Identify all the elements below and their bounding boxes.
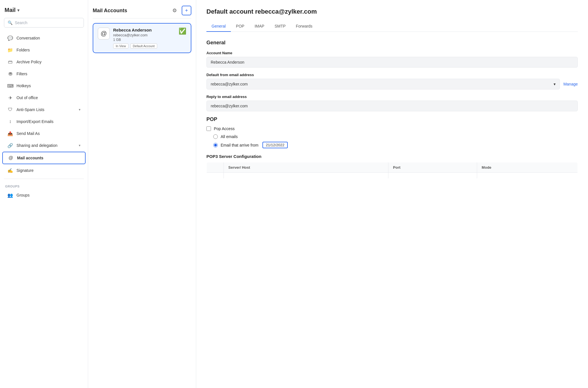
account-badges: In View Default Account bbox=[113, 43, 175, 49]
search-icon: 🔍 bbox=[8, 20, 13, 25]
account-name-label: Account Name bbox=[206, 51, 578, 55]
tab-general[interactable]: General bbox=[206, 21, 231, 32]
pop3-config-title: POP3 Server Configuration bbox=[206, 154, 578, 159]
settings-button[interactable]: ⚙ bbox=[170, 6, 179, 15]
select-chevron-icon: ▾ bbox=[554, 82, 556, 86]
sharing-icon: 🔗 bbox=[7, 143, 13, 148]
sidebar-item-label: Sharing and delegation bbox=[16, 143, 57, 148]
table-header-server: Server/ Host bbox=[224, 162, 388, 173]
sidebar-item-anti-spam[interactable]: 🛡 Anti-Spam Lists ▾ bbox=[2, 104, 86, 115]
tab-smtp[interactable]: SMTP bbox=[270, 21, 291, 32]
sidebar-item-label: Conversation bbox=[16, 36, 40, 40]
sidebar-item-send-mail-as[interactable]: 📤 Send Mail As bbox=[2, 128, 86, 139]
sidebar: Mail ▾ 🔍 💬 Conversation 📁 Folders 🗃 Arch… bbox=[0, 0, 88, 388]
reply-to-value: rebecca@zylker.com bbox=[206, 101, 578, 111]
in-view-badge: In View bbox=[113, 43, 129, 49]
sidebar-item-filters[interactable]: ⛃ Filters bbox=[2, 68, 86, 80]
header-actions: ⚙ + bbox=[170, 6, 191, 15]
sidebar-item-label: Folders bbox=[16, 48, 30, 52]
sidebar-item-label: Out of office bbox=[16, 95, 38, 100]
sidebar-item-conversation[interactable]: 💬 Conversation bbox=[2, 32, 86, 44]
default-from-select[interactable]: rebecca@zylker.com ▾ bbox=[206, 79, 560, 89]
groups-label: GROUPS bbox=[0, 181, 88, 189]
email-arrive-radio[interactable] bbox=[213, 143, 218, 147]
table-cell-server bbox=[224, 173, 388, 179]
reply-to-label: Reply to email address bbox=[206, 95, 578, 99]
middle-header: Mail Accounts ⚙ + bbox=[93, 6, 191, 18]
sidebar-item-label: Signature bbox=[16, 168, 34, 173]
reply-to-field: Reply to email address rebecca@zylker.co… bbox=[206, 95, 578, 111]
all-emails-radio[interactable] bbox=[213, 134, 218, 139]
table-cell-port bbox=[388, 173, 477, 179]
account-info: Rebecca Anderson rebecca@zylker.com 1 GB… bbox=[113, 28, 175, 49]
import-export-icon: ↕ bbox=[7, 119, 13, 124]
manage-link[interactable]: Manage bbox=[563, 82, 578, 86]
sidebar-item-groups[interactable]: 👥 Groups bbox=[2, 189, 86, 201]
pop-access-checkbox[interactable] bbox=[206, 126, 211, 131]
search-box[interactable]: 🔍 bbox=[4, 18, 84, 28]
conversation-icon: 💬 bbox=[7, 35, 13, 41]
account-avatar: @ bbox=[98, 28, 110, 39]
right-panel-title: Default account rebecca@zylker.com bbox=[206, 8, 578, 15]
pop-section-title: POP bbox=[206, 116, 578, 122]
tab-forwards[interactable]: Forwards bbox=[291, 21, 318, 32]
search-input[interactable] bbox=[15, 20, 80, 25]
archive-icon: 🗃 bbox=[7, 59, 13, 65]
general-section-title: General bbox=[206, 40, 578, 46]
send-mail-icon: 📤 bbox=[7, 131, 13, 136]
middle-panel: Mail Accounts ⚙ + @ Rebecca Anderson reb… bbox=[88, 0, 196, 388]
tab-imap[interactable]: IMAP bbox=[249, 21, 269, 32]
app-title-text: Mail bbox=[5, 7, 16, 13]
sidebar-item-label: Hotkeys bbox=[16, 84, 31, 88]
app-title-chevron: ▾ bbox=[17, 8, 19, 12]
tabs-container: General POP IMAP SMTP Forwards bbox=[206, 21, 578, 32]
account-name-value: Rebecca Anderson bbox=[206, 57, 578, 68]
sidebar-item-mail-accounts[interactable]: @ Mail accounts bbox=[2, 152, 86, 164]
mail-accounts-icon: @ bbox=[8, 155, 14, 161]
signature-icon: ✍ bbox=[7, 168, 13, 173]
sidebar-item-out-of-office[interactable]: ✈ Out of office bbox=[2, 92, 86, 103]
anti-spam-icon: 🛡 bbox=[7, 107, 13, 112]
account-check-icon: ✅ bbox=[179, 28, 186, 35]
pop-section: POP Pop Access All emails Email that arr… bbox=[206, 116, 578, 179]
tab-pop[interactable]: POP bbox=[231, 21, 250, 32]
table-header-port: Port bbox=[388, 162, 477, 173]
sidebar-item-archive-policy[interactable]: 🗃 Archive Policy bbox=[2, 56, 86, 68]
table-cell-mode bbox=[477, 173, 578, 179]
email-arrive-label: Email that arrive from bbox=[221, 143, 258, 147]
sidebar-item-label: Send Mail As bbox=[16, 131, 40, 136]
default-from-label: Default from email address bbox=[206, 73, 578, 77]
sidebar-item-folders[interactable]: 📁 Folders bbox=[2, 44, 86, 56]
sidebar-item-signature[interactable]: ✍ Signature bbox=[2, 165, 86, 176]
table-cell-empty bbox=[207, 173, 224, 179]
table-header-empty bbox=[207, 162, 224, 173]
out-of-office-icon: ✈ bbox=[7, 95, 13, 101]
email-arrive-row: Email that arrive from 21/12/2022 bbox=[206, 142, 578, 148]
account-email: rebecca@zylker.com bbox=[113, 33, 175, 37]
account-name-field: Account Name Rebecca Anderson bbox=[206, 51, 578, 68]
sidebar-item-sharing[interactable]: 🔗 Sharing and delegation ▾ bbox=[2, 140, 86, 151]
sidebar-item-import-export[interactable]: ↕ Import/Export Emails bbox=[2, 116, 86, 127]
table-header-mode: Mode bbox=[477, 162, 578, 173]
date-badge: 21/12/2022 bbox=[262, 142, 288, 148]
folders-icon: 📁 bbox=[7, 47, 13, 53]
sidebar-item-label: Import/Export Emails bbox=[16, 119, 53, 124]
pop3-table: Server/ Host Port Mode bbox=[206, 162, 578, 179]
filters-icon: ⛃ bbox=[7, 71, 13, 77]
right-panel: Default account rebecca@zylker.com Gener… bbox=[196, 0, 588, 388]
sidebar-item-hotkeys[interactable]: ⌨ Hotkeys bbox=[2, 80, 86, 91]
default-account-badge: Default Account bbox=[130, 43, 157, 49]
app-title[interactable]: Mail ▾ bbox=[0, 5, 88, 18]
anti-spam-chevron: ▾ bbox=[79, 108, 80, 112]
sharing-chevron: ▾ bbox=[79, 143, 80, 147]
account-card[interactable]: @ Rebecca Anderson rebecca@zylker.com 1 … bbox=[93, 23, 191, 53]
account-name: Rebecca Anderson bbox=[113, 28, 175, 32]
default-from-field: Default from email address rebecca@zylke… bbox=[206, 73, 578, 89]
account-size: 1 GB bbox=[113, 38, 175, 42]
sidebar-item-label: Filters bbox=[16, 72, 27, 76]
sidebar-divider bbox=[4, 179, 84, 179]
add-account-button[interactable]: + bbox=[182, 6, 191, 15]
default-from-row: rebecca@zylker.com ▾ Manage bbox=[206, 79, 578, 89]
groups-icon: 👥 bbox=[7, 192, 13, 198]
sidebar-item-label: Archive Policy bbox=[16, 60, 42, 64]
